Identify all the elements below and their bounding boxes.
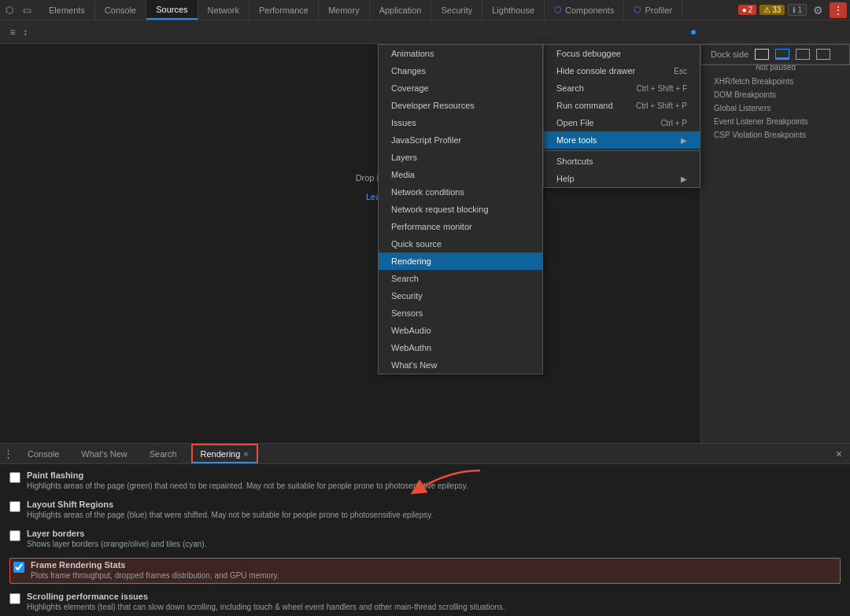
- event-listener-breakpoints[interactable]: Event Listener Breakpoints: [701, 115, 850, 128]
- close-rendering-tab[interactable]: ×: [243, 449, 248, 459]
- menu-open-file[interactable]: Open File Ctrl + P: [544, 114, 700, 131]
- frame-rendering-desc: Plots frame throughput, dropped frames d…: [31, 570, 837, 581]
- layer-borders-desc: Shows layer borders (orange/olive) and t…: [27, 539, 841, 550]
- tab-security[interactable]: Security: [431, 0, 482, 20]
- layout-shift-checkbox[interactable]: [9, 501, 20, 512]
- second-toolbar: ≡ ↕: [0, 20, 850, 44]
- tab-profiler[interactable]: ⬡Profiler: [624, 0, 682, 20]
- more-tools-arrow: ▶: [681, 136, 687, 145]
- bottom-panel-menu-icon[interactable]: ⋮: [3, 448, 13, 459]
- right-side-panel: Call Stack Not paused XHR/fetch Breakpoi…: [700, 44, 850, 443]
- tool-webaudio[interactable]: WebAudio: [379, 322, 542, 339]
- paint-flashing-desc: Highlights areas of the page (green) tha…: [27, 481, 841, 492]
- layout-shift-title: Layout Shift Regions: [27, 500, 841, 509]
- menu-search[interactable]: Search Ctrl + Shift + F: [544, 79, 700, 97]
- menu-more-tools[interactable]: More tools ▶: [544, 131, 700, 149]
- info-badge: ℹ1: [788, 4, 807, 16]
- layout-shift-desc: Highlights areas of the page (blue) that…: [27, 510, 841, 521]
- paint-flashing-checkbox[interactable]: [9, 472, 20, 483]
- dock-right-icon[interactable]: [796, 49, 810, 60]
- frame-rendering-title: Frame Rendering Stats: [31, 560, 837, 570]
- render-item-layout-shift: Layout Shift Regions Highlights areas of…: [9, 500, 841, 521]
- inspect-icon[interactable]: ⬡: [3, 4, 16, 17]
- tab-memory[interactable]: Memory: [319, 0, 370, 20]
- layer-borders-title: Layer borders: [27, 529, 841, 538]
- device-icon[interactable]: ▭: [20, 4, 33, 17]
- error-badge: ●2: [738, 5, 757, 15]
- top-toolbar: ⬡ ▭ Elements Console Sources Network Per…: [0, 0, 850, 20]
- menu-run-command[interactable]: Run command Ctrl + Shift + P: [544, 97, 700, 114]
- tool-whats-new[interactable]: What's New: [379, 356, 542, 374]
- frame-rendering-checkbox[interactable]: [13, 562, 24, 573]
- warn-badge: ⚠33: [759, 5, 785, 15]
- tool-security[interactable]: Security: [379, 287, 542, 304]
- tool-sensors[interactable]: Sensors: [379, 304, 542, 322]
- tool-changes[interactable]: Changes: [379, 62, 542, 79]
- tool-webauthn[interactable]: WebAuthn: [379, 339, 542, 356]
- tool-coverage[interactable]: Coverage: [379, 79, 542, 97]
- menu-focus-debuggee[interactable]: Focus debuggee: [544, 45, 700, 62]
- tab-lighthouse[interactable]: Lighthouse: [482, 0, 545, 20]
- toolbar-right: ●2 ⚠33 ℹ1 ⚙ ⋮: [738, 2, 847, 18]
- main-dropdown-menu: Focus debuggee Hide console drawer Esc S…: [543, 44, 700, 188]
- bottom-panel: ⋮ Console What's New Search Rendering × …: [0, 443, 850, 616]
- scrolling-perf-checkbox[interactable]: [9, 593, 20, 604]
- close-bottom-panel-button[interactable]: ×: [831, 446, 847, 462]
- tab-network[interactable]: Network: [198, 0, 249, 20]
- dock-side-panel: Dock side: [700, 44, 850, 65]
- render-item-paint-flashing: Paint flashing Highlights areas of the p…: [9, 470, 841, 492]
- tool-issues[interactable]: Issues: [379, 114, 542, 131]
- menu-shortcuts[interactable]: Shortcuts: [544, 153, 700, 170]
- tab-components[interactable]: ⬡Components: [545, 0, 624, 20]
- tool-layers[interactable]: Layers: [379, 149, 542, 166]
- tab-application[interactable]: Application: [370, 0, 432, 20]
- dock-side-label: Dock side: [711, 50, 748, 59]
- menu-help[interactable]: Help ▶: [544, 170, 700, 187]
- tab-sources[interactable]: Sources: [146, 0, 198, 20]
- scrolling-perf-title: Scrolling performance issues: [27, 592, 841, 601]
- tool-animations[interactable]: Animations: [379, 45, 542, 62]
- bottom-tab-console[interactable]: Console: [20, 444, 67, 463]
- more-tools-submenu: Animations Changes Coverage Developer Re…: [378, 44, 543, 374]
- settings-button[interactable]: ⚙: [810, 2, 826, 18]
- tool-media[interactable]: Media: [379, 166, 542, 183]
- more-options-button[interactable]: ⋮: [830, 2, 847, 18]
- bottom-tab-whats-new[interactable]: What's New: [73, 444, 135, 463]
- sources-nav-icon[interactable]: ↕: [19, 26, 31, 39]
- dock-bottom-icon[interactable]: [775, 49, 789, 60]
- help-arrow: ▶: [681, 175, 687, 183]
- paint-flashing-title: Paint flashing: [27, 470, 841, 480]
- tool-performance-monitor[interactable]: Performance monitor: [379, 218, 542, 235]
- shortcut-open-file-hint: Ctrl + P: [660, 119, 687, 127]
- bottom-tab-rendering[interactable]: Rendering ×: [191, 444, 258, 463]
- toolbar-left-icons: ⬡ ▭: [3, 4, 33, 17]
- xhr-breakpoints[interactable]: XHR/fetch Breakpoints: [701, 75, 850, 88]
- dom-breakpoints[interactable]: DOM Breakpoints: [701, 88, 850, 101]
- tab-elements[interactable]: Elements: [39, 0, 95, 20]
- tab-console[interactable]: Console: [95, 0, 146, 20]
- tab-performance[interactable]: Performance: [249, 0, 319, 20]
- tool-network-request-blocking[interactable]: Network request blocking: [379, 201, 542, 218]
- layer-borders-checkbox[interactable]: [9, 530, 20, 541]
- render-item-layer-borders: Layer borders Shows layer borders (orang…: [9, 529, 841, 550]
- bottom-tab-search[interactable]: Search: [142, 444, 185, 463]
- dock-detach-icon[interactable]: [816, 49, 830, 60]
- shortcut-hide-console: Esc: [674, 67, 687, 76]
- tool-rendering[interactable]: Rendering: [379, 253, 542, 270]
- shortcut-search: Ctrl + Shift + F: [637, 84, 687, 93]
- sources-toggle-icon[interactable]: ≡: [6, 26, 19, 39]
- rendering-panel-content: Paint flashing Highlights areas of the p…: [0, 464, 850, 616]
- tool-quick-source[interactable]: Quick source: [379, 235, 542, 253]
- csp-violation-breakpoints[interactable]: CSP Violation Breakpoints: [701, 128, 850, 142]
- tool-developer-resources[interactable]: Developer Resources: [379, 97, 542, 114]
- bottom-toolbar: ⋮ Console What's New Search Rendering × …: [0, 444, 850, 464]
- menu-hide-console[interactable]: Hide console drawer Esc: [544, 62, 700, 79]
- tool-network-conditions[interactable]: Network conditions: [379, 183, 542, 201]
- bottom-panel-icons: ⋮: [3, 448, 13, 459]
- menu-separator-1: [544, 150, 700, 151]
- render-item-scrolling-perf: Scrolling performance issues Highlights …: [9, 592, 841, 613]
- dock-left-icon[interactable]: [755, 49, 769, 60]
- tool-js-profiler[interactable]: JavaScript Profiler: [379, 131, 542, 149]
- tool-search[interactable]: Search: [379, 270, 542, 287]
- global-listeners[interactable]: Global Listeners: [701, 101, 850, 115]
